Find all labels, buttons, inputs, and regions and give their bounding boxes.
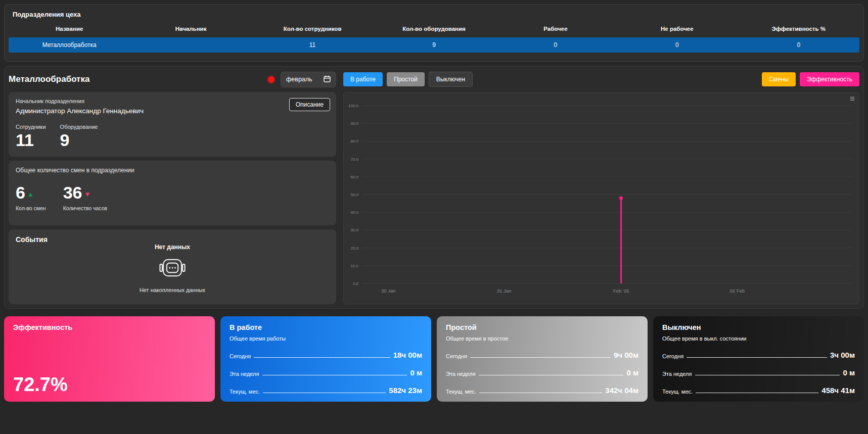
shifts-card: Общее количество смен в подразделении 6▲… [9, 161, 336, 225]
events-card: События Нет данных [9, 229, 336, 304]
leader-line [696, 393, 818, 393]
series-button-in-work[interactable]: В работе [343, 72, 383, 86]
description-button[interactable]: Описание [289, 98, 330, 111]
stat-row-week: Эта неделя 0 м [230, 368, 422, 377]
leader-line [254, 357, 390, 358]
stat-label: Сегодня [662, 353, 683, 359]
leader-line [479, 375, 624, 375]
leader-line [263, 393, 386, 393]
division-header: Металлообработка февраль [9, 71, 336, 88]
trend-up-icon: ▲ [27, 190, 34, 198]
stat-label: Текущ. мес. [446, 389, 476, 395]
stat-label: Сегодня [230, 353, 251, 359]
trend-down-icon: ▼ [84, 190, 91, 198]
cell-equipment: 9 [373, 41, 494, 49]
column-header-efficiency: Эффективность % [738, 26, 859, 32]
division-row-metalworking[interactable]: Металлообработка 11 9 0 0 0 [9, 37, 859, 53]
efficiency-chart: 100.090.080.070.060.050.040.030.020.010.… [343, 92, 859, 304]
stat-value: 18ч 00м [393, 351, 422, 359]
shift-count-value: 6 [16, 183, 25, 202]
leader-line [687, 357, 827, 358]
efficiency-summary-card: Эффективность 72.7% [4, 316, 215, 402]
stat-label: Эта неделя [662, 371, 692, 377]
shift-hours-value: 36 [63, 183, 82, 202]
column-header-manager: Начальник [130, 26, 251, 32]
card-title: Выключен [662, 323, 855, 331]
divisions-title: Подразделения цеха [9, 11, 859, 18]
shift-count-stat: 6▲ Кол-во смен [16, 184, 46, 211]
svg-text:40.0: 40.0 [350, 210, 358, 215]
stat-value: 0 м [843, 368, 855, 377]
shifts-card-title: Общее количество смен в подразделении [16, 167, 329, 174]
no-data-title: Нет данных [155, 244, 190, 251]
leader-line [470, 357, 611, 358]
chart-plot: 100.090.080.070.060.050.040.030.020.010.… [344, 92, 859, 304]
stat-value: 0 м [410, 368, 422, 377]
column-header-name: Название [9, 26, 130, 32]
stat-row-month: Текущ. мес. 582ч 23м [230, 386, 422, 395]
series-button-idle[interactable]: Простой [387, 72, 425, 86]
column-header-equipment: Кол-во оборудования [373, 26, 494, 32]
svg-text:10.0: 10.0 [350, 264, 358, 268]
summary-cards-row: Эффективность 72.7% В работе Общее время… [4, 316, 864, 396]
stat-row-today: Сегодня 3ч 00м [662, 351, 855, 359]
idle-summary-card: Простой Общее время в простое Сегодня 9ч… [437, 316, 648, 402]
manager-card: Начальник подразделения Администратор Ал… [9, 92, 336, 157]
svg-text:70.0: 70.0 [350, 157, 358, 162]
shift-hours-stat: 36▼ Количество часов [63, 184, 107, 211]
svg-text:30.0: 30.0 [350, 228, 358, 232]
card-title: Простой [446, 323, 638, 331]
chart-menu-icon[interactable]: ≡ [850, 94, 855, 103]
mode-button-shifts[interactable]: Смены [762, 72, 796, 86]
division-detail-panel: Металлообработка февраль Начальн [4, 66, 864, 309]
chart-toolbar: В работе Простой Выключен Смены Эффектив… [343, 71, 859, 88]
leader-line [695, 375, 840, 375]
stat-label: Сегодня [446, 353, 467, 359]
in-work-summary-card: В работе Общее время работы Сегодня 18ч … [220, 316, 431, 402]
svg-text:20.0: 20.0 [350, 246, 358, 251]
column-header-working: Рабочее [495, 26, 616, 32]
no-data-subtitle: Нет накопленных данных [140, 287, 205, 293]
stat-value: 582ч 23м [389, 386, 422, 395]
stat-row-week: Эта неделя 0 м [662, 368, 855, 377]
svg-text:Feb '26: Feb '26 [613, 288, 629, 294]
stat-value: 9ч 00м [614, 351, 638, 359]
series-button-off[interactable]: Выключен [429, 72, 473, 87]
cell-name: Металлообработка [9, 41, 130, 49]
card-subtitle: Общее время работы [230, 335, 422, 342]
off-summary-card: Выключен Общее время в выкл. состоянии С… [653, 316, 864, 402]
month-select[interactable]: февраль [281, 72, 336, 87]
card-subtitle: Общее время в простое [446, 335, 638, 342]
cell-working: 0 [495, 41, 616, 49]
card-title: В работе [230, 323, 422, 331]
efficiency-percent: 72.7% [13, 374, 68, 396]
stat-row-week: Эта неделя 0 м [446, 368, 638, 377]
chart-column: В работе Простой Выключен Смены Эффектив… [343, 71, 859, 304]
employees-label: Сотрудники [16, 124, 46, 130]
mode-button-efficiency[interactable]: Эффективность [800, 72, 859, 86]
stat-row-today: Сегодня 9ч 00м [446, 351, 638, 359]
svg-text:90.0: 90.0 [350, 121, 358, 126]
division-title: Металлообработка [9, 74, 262, 84]
cell-not-working: 0 [616, 41, 738, 49]
calendar-icon [324, 75, 331, 84]
cell-efficiency: 0 [738, 41, 859, 49]
shift-hours-label: Количество часов [63, 205, 107, 211]
shift-count-label: Кол-во смен [16, 205, 46, 211]
division-stats: Сотрудники 11 Оборудование 9 [16, 124, 329, 150]
cell-employees: 11 [252, 41, 373, 49]
events-title: События [16, 235, 329, 244]
stat-label: Текущ. мес. [230, 389, 260, 395]
svg-text:100.0: 100.0 [348, 104, 359, 108]
stat-label: Эта неделя [446, 371, 476, 377]
svg-text:30 Jan: 30 Jan [381, 288, 396, 294]
column-header-employees: Кол-во сотрудников [252, 26, 373, 32]
division-info-column: Металлообработка февраль Начальн [9, 71, 336, 304]
stat-value: 342ч 04м [605, 386, 638, 395]
svg-text:60.0: 60.0 [350, 175, 358, 179]
stat-row-month: Текущ. мес. 458ч 41м [662, 386, 855, 395]
manager-label: Начальник подразделения [16, 98, 329, 104]
robot-icon [158, 255, 187, 282]
shift-stats: 6▲ Кол-во смен 36▼ Количество часов [16, 184, 329, 211]
equipment-label: Оборудование [60, 124, 98, 130]
